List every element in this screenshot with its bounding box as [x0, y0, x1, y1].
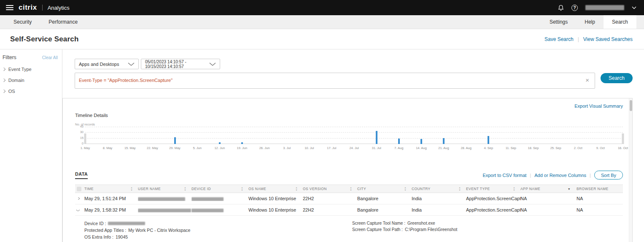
sort-icon[interactable] — [458, 187, 461, 191]
cell-os-name: Windows 10 Enterprise — [248, 196, 303, 201]
search-query-input[interactable]: Event-Type = "AppProtection.ScreenCaptur… — [75, 73, 595, 89]
nav-tab-search[interactable]: Search — [604, 15, 636, 29]
sort-icon[interactable] — [184, 187, 186, 191]
link-separator: | — [530, 173, 531, 178]
x-tick-label: 12. Jun — [214, 146, 225, 150]
search-button[interactable]: Search — [601, 73, 633, 83]
notifications-bell-icon[interactable] — [558, 5, 564, 11]
col-header-city[interactable]: CITY — [357, 187, 412, 191]
sort-icon[interactable] — [350, 187, 352, 191]
collapse-row-button[interactable] — [75, 209, 84, 211]
export-visual-summary-link[interactable]: Export Visual Summary — [574, 103, 623, 109]
cell-user-name-redacted — [138, 207, 191, 212]
nav-tab-settings[interactable]: Settings — [541, 15, 576, 29]
cell-os-version: 22H2 — [303, 207, 357, 212]
data-tab[interactable]: DATA — [75, 171, 88, 179]
results-table: TIME USER NAME DEVICE ID OS NAME OS VERS… — [75, 185, 623, 241]
x-tick-label: 22. May — [147, 146, 158, 150]
timeline-bar[interactable] — [443, 138, 445, 144]
x-tick-label: 17. Jul — [327, 146, 336, 150]
filter-item-domain[interactable]: Domain — [3, 75, 58, 86]
table-header-row: TIME USER NAME DEVICE ID OS NAME OS VERS… — [75, 185, 623, 193]
nav-tab-security[interactable]: Security — [5, 15, 40, 29]
sort-icon[interactable] — [513, 187, 515, 191]
help-icon[interactable]: ? — [571, 5, 578, 11]
link-separator: | — [578, 36, 579, 42]
sort-icon[interactable] — [241, 187, 243, 191]
x-tick-label: 3. Jul — [283, 146, 291, 150]
export-csv-link[interactable]: Export to CSV format — [482, 173, 526, 178]
select-all-box[interactable] — [77, 187, 81, 191]
timeline-bar[interactable] — [84, 133, 86, 144]
y-tick-label: 0 — [74, 141, 84, 145]
col-header-device-id[interactable]: DEVICE ID — [191, 187, 248, 191]
sort-icon[interactable] — [130, 187, 133, 191]
col-header-browser-name[interactable]: BROWSER NAME — [577, 187, 623, 191]
x-tick-label: 18. Sep — [528, 146, 539, 150]
sort-icon[interactable] — [404, 187, 407, 191]
menu-icon[interactable] — [6, 5, 13, 10]
view-saved-searches-link[interactable]: View Saved Searches — [583, 36, 633, 42]
table-row: May 29, 1:51:24 PM Windows 10 Enterprise… — [75, 193, 623, 204]
cell-os-version: 22H2 — [303, 196, 357, 201]
query-text: Event-Type = "AppProtection.ScreenCaptur… — [79, 78, 172, 83]
timeline-bar[interactable] — [622, 133, 624, 144]
gridline — [85, 127, 623, 127]
cell-user-name-redacted — [138, 196, 191, 201]
filter-item-os[interactable]: OS — [3, 86, 58, 97]
col-header-user-name[interactable]: USER NAME — [138, 187, 191, 191]
y-tick-label: 15 — [74, 136, 84, 140]
timeline-bar[interactable] — [376, 131, 377, 144]
nav-tab-help[interactable]: Help — [576, 15, 604, 29]
filters-title: Filters — [3, 54, 16, 60]
save-search-link[interactable]: Save Search — [544, 36, 574, 42]
cell-time: May 29, 1:58:32 PM — [84, 207, 138, 212]
cell-event-type: AppProtection.ScreenCapture — [466, 196, 520, 201]
col-header-os-version[interactable]: OS VERSION — [303, 187, 357, 191]
cell-app-name: NA — [520, 207, 577, 212]
date-range-select[interactable]: 05/01/2023 14:10:57 - 10/15/2023 14:10:5… — [141, 59, 220, 69]
x-tick-label: 15. May — [124, 146, 136, 150]
col-header-country[interactable]: COUNTRY — [412, 187, 466, 191]
timeline-bar[interactable] — [420, 139, 422, 144]
filter-item-event-type[interactable]: Event Type — [3, 64, 58, 75]
expand-row-button[interactable] — [75, 197, 84, 200]
cell-device-id-redacted — [191, 196, 248, 201]
x-tick-label: 16. Oct — [618, 146, 628, 150]
main-content: Apps and Desktops 05/01/2023 14:10:57 - … — [62, 49, 644, 242]
clear-all-link[interactable]: Clear All — [42, 55, 58, 60]
data-source-select[interactable]: Apps and Desktops — [75, 59, 139, 69]
timeline-bar[interactable] — [241, 142, 243, 144]
clear-query-icon[interactable]: × — [585, 77, 589, 83]
page-header: Self-Service Search Save Search | View S… — [0, 29, 644, 49]
timeline-bar[interactable] — [174, 137, 176, 144]
timeline-bar[interactable] — [398, 139, 400, 144]
timeline-bar[interactable] — [219, 142, 221, 144]
cell-country: India — [412, 196, 466, 201]
col-header-event-type[interactable]: EVENT TYPE — [466, 187, 520, 191]
expanded-row-details: Device ID : Protected App Titles : My Wo… — [75, 216, 623, 241]
cell-app-name: NA — [520, 196, 577, 201]
gridline — [85, 132, 623, 133]
x-tick-label: 28. Aug — [461, 146, 471, 150]
sort-by-button[interactable]: Sort By — [594, 171, 623, 179]
col-header-time[interactable]: TIME — [84, 187, 138, 191]
y-tick-label: 45 — [74, 125, 84, 128]
timeline-bar[interactable] — [488, 136, 489, 144]
sort-icon[interactable] — [295, 187, 298, 191]
add-remove-columns-link[interactable]: Add or Remove Columns — [534, 173, 586, 178]
account-chevron-down-icon[interactable] — [632, 6, 636, 9]
col-header-os-name[interactable]: OS NAME — [248, 187, 303, 191]
timeline-plot: 0153045 — [85, 127, 623, 144]
timeline-chart: No. of records 0153045 1. May8. May15. M… — [75, 127, 623, 151]
col-header-app-name[interactable]: APP NAME▼ — [520, 187, 577, 191]
nav-tab-performance[interactable]: Performance — [40, 15, 86, 29]
cell-browser-name: NA — [577, 207, 623, 212]
filter-caret-icon[interactable]: ▼ — [568, 188, 571, 190]
timeline-x-axis: 1. May8. May15. May22. May29. May5. Jun1… — [85, 146, 623, 151]
filters-panel: Filters Clear All Event Type Domain OS — [0, 49, 62, 242]
panel-scrollbar[interactable] — [629, 98, 632, 242]
x-tick-label: 2. Oct — [574, 146, 582, 150]
chevron-right-icon — [76, 197, 80, 200]
scrollbar-thumb[interactable] — [630, 100, 632, 111]
